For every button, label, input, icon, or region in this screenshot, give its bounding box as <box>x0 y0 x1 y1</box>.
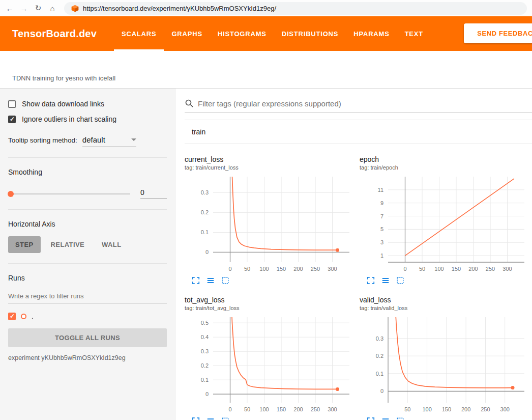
tab-histograms[interactable]: HISTOGRAMS <box>210 18 274 51</box>
send-feedback-button[interactable]: SEND FEEDBACK <box>464 23 532 43</box>
tab-distributions[interactable]: DISTRIBUTIONS <box>274 18 346 51</box>
svg-text:150: 150 <box>442 406 451 412</box>
chart-tag: tag: train/valid_loss <box>360 305 531 311</box>
tab-scalars[interactable]: SCALARS <box>114 18 164 51</box>
svg-text:100: 100 <box>259 266 269 272</box>
chart-card-valid-loss: valid_loss tag: train/valid_loss 00.10.2… <box>360 296 531 420</box>
ignore-outliers-row[interactable]: Ignore outliers in chart scaling <box>8 115 167 123</box>
fit-domain-icon[interactable] <box>221 417 229 420</box>
svg-text:0: 0 <box>205 391 209 397</box>
svg-text:300: 300 <box>503 266 512 272</box>
chart-card-current-loss: current_loss tag: train/current_loss 00.… <box>185 155 357 285</box>
fit-domain-icon[interactable] <box>396 276 404 285</box>
svg-text:0: 0 <box>403 266 406 272</box>
axis-wall-button[interactable]: WALL <box>95 236 128 253</box>
svg-text:150: 150 <box>277 406 286 412</box>
sidebar-divider <box>8 209 167 210</box>
refresh-icon[interactable]: ↻ <box>32 4 45 13</box>
browser-toolbar: ← → ↻ ⌂ https://tensorboard.dev/experime… <box>0 0 532 16</box>
svg-text:50: 50 <box>244 406 250 412</box>
smoothing-label: Smoothing <box>8 168 167 176</box>
line-chart-tot-avg-loss[interactable]: 00.10.20.30.40.5050100150200250300 <box>185 314 356 416</box>
expand-chart-icon[interactable] <box>192 417 200 420</box>
address-bar[interactable]: https://tensorboard.dev/experiment/yKUbh… <box>64 2 527 15</box>
app-logo[interactable]: TensorBoard.dev <box>12 28 97 40</box>
checkbox-checked-icon[interactable] <box>8 116 16 123</box>
sidebar-divider <box>8 157 167 158</box>
toggle-all-runs-button[interactable]: TOGGLE ALL RUNS <box>8 328 167 347</box>
svg-text:250: 250 <box>481 406 490 412</box>
run-row[interactable]: . <box>8 313 167 320</box>
chevron-down-icon <box>131 138 136 141</box>
sidebar-divider <box>8 263 167 264</box>
checkbox-unchecked-icon[interactable] <box>8 100 16 108</box>
site-favicon <box>71 5 79 12</box>
svg-text:0.3: 0.3 <box>201 189 209 195</box>
expand-chart-icon[interactable] <box>367 276 375 285</box>
tab-graphs[interactable]: GRAPHS <box>164 18 210 51</box>
runs-filter-input[interactable] <box>8 289 167 303</box>
url-text: https://tensorboard.dev/experiment/yKUbh… <box>83 5 276 12</box>
svg-text:200: 200 <box>293 266 303 272</box>
svg-text:0.3: 0.3 <box>376 335 383 342</box>
svg-text:150: 150 <box>452 266 461 272</box>
home-icon[interactable]: ⌂ <box>46 4 59 13</box>
tab-hparams[interactable]: HPARAMS <box>346 18 397 51</box>
runs-selector-icon[interactable] <box>381 276 390 285</box>
fit-domain-icon[interactable] <box>396 417 404 420</box>
chart-tag: tag: train/current_loss <box>185 164 357 171</box>
chart-card-tot-avg-loss: tot_avg_loss tag: train/tot_avg_loss 00.… <box>185 296 357 420</box>
charts-grid: current_loss tag: train/current_loss 00.… <box>185 144 532 420</box>
runs-selector-icon[interactable] <box>206 417 215 420</box>
chart-tag: tag: train/tot_avg_loss <box>185 305 357 311</box>
tag-section-header[interactable]: train <box>185 120 532 144</box>
svg-text:0.1: 0.1 <box>376 371 383 377</box>
fit-domain-icon[interactable] <box>221 276 229 285</box>
show-download-links-label: Show data download links <box>22 100 104 108</box>
svg-text:0.2: 0.2 <box>201 362 209 369</box>
axis-step-button[interactable]: STEP <box>8 236 41 253</box>
filter-tags-input[interactable] <box>198 99 532 108</box>
expand-chart-icon[interactable] <box>367 417 375 420</box>
svg-text:0: 0 <box>228 406 231 412</box>
svg-text:50: 50 <box>419 266 425 272</box>
svg-text:0: 0 <box>205 249 209 255</box>
chart-actions <box>360 276 531 285</box>
app-header: TensorBoard.dev SCALARS GRAPHS HISTOGRAM… <box>0 16 532 51</box>
line-chart-valid-loss[interactable]: 00.10.20.350100150200250300 <box>360 314 530 416</box>
svg-text:300: 300 <box>328 266 337 272</box>
smoothing-slider[interactable] <box>8 193 130 194</box>
svg-text:100: 100 <box>422 406 431 412</box>
svg-text:9: 9 <box>380 200 383 206</box>
svg-text:200: 200 <box>293 406 303 412</box>
svg-text:50: 50 <box>404 406 410 412</box>
svg-text:300: 300 <box>500 406 510 412</box>
experiment-description-bar: TDNN training for yesno with icefall <box>0 51 532 89</box>
run-checkbox[interactable] <box>8 313 16 320</box>
chart-actions <box>185 276 357 285</box>
tooltip-sorting-label: Tooltip sorting method: <box>8 136 77 147</box>
runs-selector-icon[interactable] <box>206 276 215 285</box>
svg-text:11: 11 <box>378 187 383 193</box>
filter-tags-row <box>185 99 532 113</box>
run-color-swatch <box>21 314 26 319</box>
back-icon[interactable]: ← <box>3 4 16 13</box>
smoothing-value-field[interactable]: 0 <box>140 188 167 199</box>
svg-text:0: 0 <box>228 266 231 272</box>
tooltip-sorting-select[interactable]: default <box>82 135 136 147</box>
show-download-links-row[interactable]: Show data download links <box>8 100 167 108</box>
line-chart-epoch[interactable]: 1357911050100150200250300 <box>360 174 530 275</box>
runs-selector-icon[interactable] <box>381 417 390 420</box>
chart-tag: tag: train/epoch <box>360 164 531 171</box>
line-chart-current-loss[interactable]: 00.10.20.3050100150200250300 <box>185 174 356 275</box>
axis-button-group: STEP RELATIVE WALL <box>8 236 167 253</box>
slider-thumb-icon[interactable] <box>8 191 14 197</box>
chart-title: current_loss <box>185 155 357 163</box>
tab-text[interactable]: TEXT <box>397 18 431 51</box>
expand-chart-icon[interactable] <box>192 276 200 285</box>
svg-text:100: 100 <box>434 266 444 272</box>
svg-text:200: 200 <box>461 406 470 412</box>
forward-icon[interactable]: → <box>17 4 31 13</box>
axis-relative-button[interactable]: RELATIVE <box>44 236 92 253</box>
svg-text:3: 3 <box>380 239 383 245</box>
